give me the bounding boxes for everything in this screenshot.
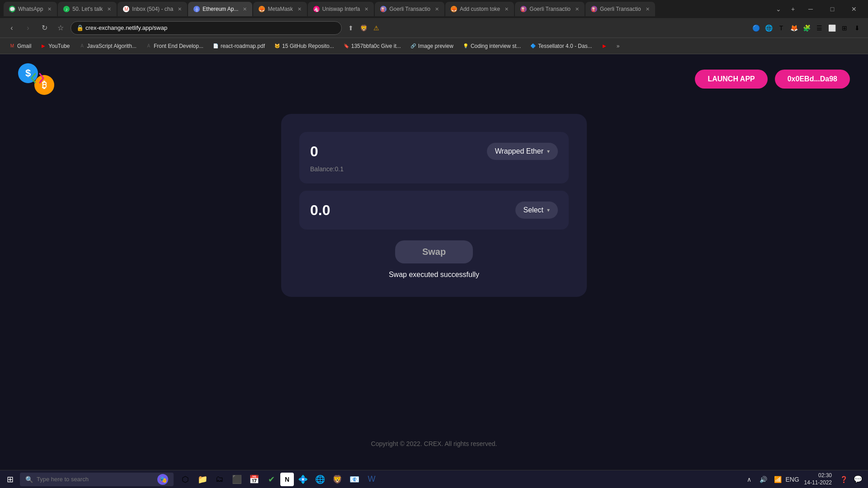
minimize-btn[interactable]: ─ — [800, 0, 821, 18]
tab-close-goerli2[interactable]: ✕ — [575, 6, 579, 12]
new-tab-btn[interactable]: + — [787, 3, 799, 15]
taskbar-search-bar[interactable]: 🔍 🎭 — [20, 473, 174, 486]
bookmark-1357[interactable]: 🔖 1357bbfa0c Give it... — [340, 40, 405, 52]
share-icon[interactable]: ⬆ — [345, 23, 356, 33]
start-button[interactable]: ⊞ — [0, 470, 20, 488]
github-bookmark-favicon: 🐱 — [274, 43, 280, 49]
tab-close-whatsapp[interactable]: ✕ — [47, 6, 52, 12]
taskbar-search-input[interactable] — [37, 476, 154, 483]
tab-ethereum[interactable]: ⟠ Ethereum Ap... ✕ — [188, 2, 252, 16]
wallet-address-button[interactable]: 0x0EBd...Da98 — [775, 70, 850, 89]
tab-close-addtoken[interactable]: ✕ — [505, 6, 509, 12]
tab-close-uniswap[interactable]: ✕ — [364, 6, 368, 12]
tab-dropdown-btn[interactable]: ⌄ — [772, 3, 785, 15]
brave-shield-icon[interactable]: 🦁 — [358, 23, 369, 33]
whatsapp-favicon: 💬 — [9, 6, 15, 12]
taskbar-calendar-btn[interactable]: 📅 — [246, 471, 262, 488]
tab-goerli3[interactable]: ⛽ Goerli Transactio ✕ — [585, 2, 655, 16]
tab-label: 50. Let's talk — [72, 6, 103, 12]
tab-close-goerli1[interactable]: ✕ — [435, 6, 439, 12]
back-btn[interactable]: ‹ — [5, 22, 18, 34]
ext-icon-list[interactable]: ☰ — [814, 23, 825, 33]
tab-goerli2[interactable]: ⛽ Goerli Transactio ✕ — [515, 2, 585, 16]
tab-close-ethereum[interactable]: ✕ — [243, 6, 247, 12]
ext-icon-2[interactable]: 🌐 — [763, 23, 774, 33]
tab-close-spotify[interactable]: ✕ — [107, 6, 111, 12]
taskbar-email-btn[interactable]: 📧 — [346, 471, 363, 488]
tab-metamask[interactable]: 🦊 MetaMask ✕ — [253, 2, 307, 16]
taskbar-network-icon[interactable]: 📶 — [772, 473, 784, 486]
bookmark-github[interactable]: 🐱 15 GitHub Reposito... — [270, 40, 338, 52]
url-bar[interactable]: 🔒 crex-exchange.netlify.app/swap — [71, 21, 342, 35]
bookmark-youtube[interactable]: ▶ YouTube — [37, 40, 73, 52]
bookmark-frontend[interactable]: Α Front End Develop... — [142, 40, 207, 52]
maximize-btn[interactable]: □ — [822, 0, 843, 18]
bookmark-js[interactable]: Α JavaScript Algorith... — [75, 40, 140, 52]
uniswap-favicon: 🦄 — [313, 6, 320, 12]
tab-goerli1[interactable]: ⛽ Goerli Transactio ✕ — [375, 2, 444, 16]
ext-icon-grid[interactable]: ⊞ — [839, 23, 850, 33]
from-token-select-button[interactable]: Wrapped Ether ▾ — [487, 143, 558, 160]
to-amount[interactable]: 0.0 — [310, 202, 330, 219]
bookmark-label: JavaScript Algorith... — [87, 43, 137, 49]
warning-icon[interactable]: ⚠ — [371, 23, 382, 33]
taskbar-task-view-btn[interactable]: ⬡ — [177, 471, 193, 488]
image-bookmark-favicon: 🔗 — [410, 43, 416, 49]
taskbar-file-explorer-btn[interactable]: 📁 — [194, 471, 211, 488]
bookmark-gmail[interactable]: M Gmail — [5, 40, 35, 52]
from-amount[interactable]: 0 — [310, 143, 318, 160]
taskbar-chrome-btn[interactable]: 🌐 — [312, 471, 328, 488]
taskbar-right: ∧ 🔊 📶 ENG 02:30 14-11-2022 ❓ 💬 — [743, 472, 868, 486]
taskbar-store-btn[interactable]: 🗂 — [212, 471, 228, 488]
taskbar-notion-btn[interactable]: N — [280, 473, 294, 486]
taskbar-clock[interactable]: 02:30 14-11-2022 — [801, 472, 835, 486]
ext-icon-downloads[interactable]: ⬇ — [852, 23, 863, 33]
swap-to-section: 0.0 Select ▾ — [299, 191, 569, 230]
1357-bookmark-favicon: 🔖 — [343, 43, 349, 49]
taskbar-volume-icon[interactable]: 🔊 — [757, 473, 770, 486]
taskbar-language-icon[interactable]: ENG — [786, 473, 799, 486]
bookmark-page-btn[interactable]: ☆ — [54, 22, 67, 34]
bookmark-image[interactable]: 🔗 Image preview — [406, 40, 457, 52]
swap-submit-button[interactable]: Swap — [395, 240, 473, 263]
taskbar-word-btn[interactable]: W — [363, 471, 380, 488]
launch-app-button[interactable]: LAUNCH APP — [695, 70, 767, 89]
tab-close-gmail[interactable]: ✕ — [178, 6, 182, 12]
ext-icon-puzzle[interactable]: 🧩 — [801, 23, 812, 33]
taskbar-vscode-btn[interactable]: 💠 — [295, 471, 311, 488]
taskbar-brave-btn[interactable]: 🦁 — [329, 471, 345, 488]
bookmarks-more[interactable]: » — [613, 40, 623, 52]
taskbar-chevron-up-icon[interactable]: ∧ — [743, 473, 755, 486]
app-logo: $ ₿ — [18, 63, 54, 95]
taskbar-notification-btn[interactable]: 💬 — [852, 473, 864, 486]
tessellator-bookmark-favicon: 🔷 — [530, 43, 536, 49]
refresh-btn[interactable]: ↻ — [38, 22, 51, 34]
youtube-bookmark-favicon: ▶ — [40, 43, 47, 49]
close-btn[interactable]: ✕ — [844, 0, 864, 18]
tab-uniswap[interactable]: 🦄 Uniswap Interfa ✕ — [308, 2, 374, 16]
taskbar-check-btn[interactable]: ✔ — [263, 471, 279, 488]
frontend-bookmark-favicon: Α — [146, 43, 152, 49]
ext-icon-tablet[interactable]: ⬜ — [826, 23, 837, 33]
bookmark-tessellator[interactable]: 🔷 Tessellator 4.0 - Das... — [526, 40, 595, 52]
bookmark-coding[interactable]: 💡 Coding interview st... — [459, 40, 524, 52]
ext-icon-metamask[interactable]: 🦊 — [788, 23, 799, 33]
tab-label: Ethereum Ap... — [203, 6, 238, 12]
ext-icon-1[interactable]: 🔵 — [750, 23, 761, 33]
to-token-select-button[interactable]: Select ▾ — [515, 202, 558, 219]
tab-whatsapp[interactable]: 💬 WhatsApp ✕ — [4, 2, 57, 16]
forward-btn[interactable]: › — [22, 22, 34, 34]
tab-gmail[interactable]: M Inbox (504) - cha ✕ — [118, 2, 187, 16]
taskbar-help-icon[interactable]: ❓ — [837, 473, 850, 486]
app-content: $ ₿ LAUNCH APP 0x0EBd...Da98 0 — [0, 54, 868, 470]
taskbar-terminal-btn[interactable]: ⬛ — [229, 471, 245, 488]
bookmark-youtube-red[interactable]: ▶ — [598, 40, 611, 52]
ext-icon-translate[interactable]: T — [776, 23, 787, 33]
tab-addtoken[interactable]: 🦊 Add custom toke ✕ — [445, 2, 514, 16]
tab-spotify[interactable]: ♪ 50. Let's talk ✕ — [58, 2, 117, 16]
bookmark-react[interactable]: 📄 react-roadmap.pdf — [209, 40, 269, 52]
tab-close-goerli3[interactable]: ✕ — [646, 6, 650, 12]
metamask-favicon: 🦊 — [259, 6, 265, 12]
tab-close-metamask[interactable]: ✕ — [297, 6, 302, 12]
bookmark-label: Tessellator 4.0 - Das... — [538, 43, 592, 49]
